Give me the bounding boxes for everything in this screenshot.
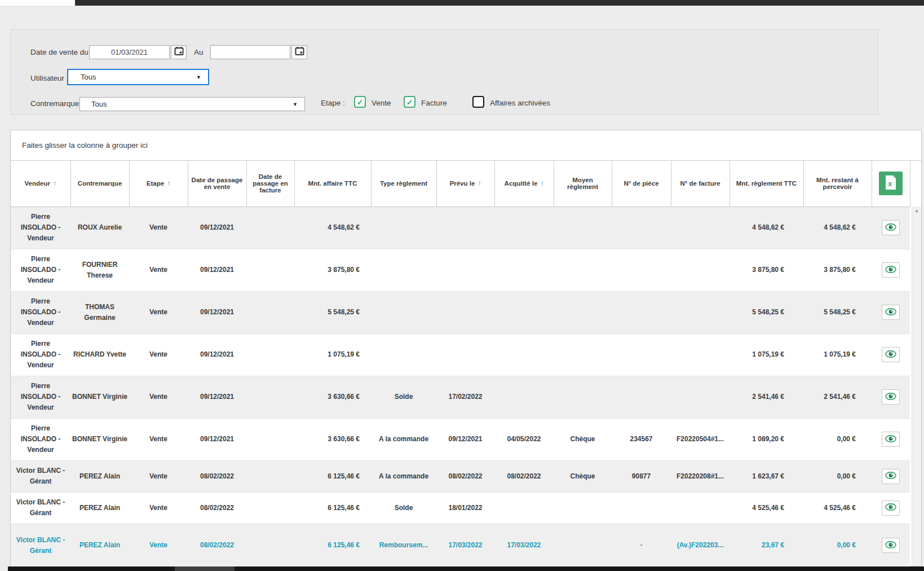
cell-prevu — [436, 249, 494, 291]
cell-vendeur: Victor BLANC - Gérant — [11, 524, 70, 567]
cell-acquitte — [494, 291, 554, 333]
col-header-mnt_affaire[interactable]: Mnt. affaire TTC — [294, 161, 371, 207]
col-header-label: Mnt. restant à percevoir — [816, 177, 859, 190]
col-header-type_reglement[interactable]: Type règlement — [371, 161, 436, 207]
cell-vendeur: Pierre INSOLADO - Vendeur — [11, 249, 70, 291]
col-header-date_facture[interactable]: Date de passage en facture — [246, 161, 294, 207]
col-header-label: N° de facture — [680, 180, 720, 187]
cell-prevu: 17/02/2022 — [436, 376, 494, 418]
cell-type_reglement: A la commande — [371, 418, 436, 460]
cell-type_reglement: Solde — [371, 376, 436, 418]
col-header-date_vente[interactable]: Date de passage en vente — [188, 161, 246, 207]
view-row-button[interactable] — [882, 220, 900, 235]
cell-mnt_restant: 5 548,25 € — [803, 291, 872, 333]
scroll-up-icon[interactable]: ▲ — [912, 207, 921, 216]
cell-mnt_affaire: 6 125,46 € — [294, 524, 371, 567]
cell-contremarque: FOURNIER Therese — [70, 249, 129, 291]
date-from-input[interactable] — [89, 45, 170, 59]
browser-tab[interactable] — [0, 0, 75, 6]
vertical-scrollbar[interactable]: ▲ — [912, 207, 921, 566]
col-header-piece[interactable]: N° de pièce — [612, 161, 671, 207]
date-to-calendar-button[interactable] — [291, 45, 307, 59]
table-row[interactable]: Pierre INSOLADO - VendeurBONNET Virginie… — [11, 418, 910, 460]
col-header-acquitte[interactable]: Acquitté le↑ — [494, 161, 554, 207]
view-row-button[interactable] — [882, 538, 900, 553]
cell-date_vente: 09/12/2021 — [188, 418, 246, 460]
cell-facture — [671, 333, 730, 376]
view-row-button[interactable] — [882, 347, 900, 362]
cell-contremarque: PEREZ Alain — [70, 492, 129, 524]
table-row[interactable]: Pierre INSOLADO - VendeurRICHARD YvetteV… — [11, 333, 910, 376]
cell-mnt_affaire: 3 630,66 € — [294, 418, 371, 460]
sort-asc-icon: ↑ — [478, 179, 481, 187]
cell-mnt_affaire: 3 875,80 € — [294, 249, 371, 291]
col-header-vendeur[interactable]: Vendeur↑ — [11, 161, 70, 207]
col-header-label: Date de passage en vente — [192, 177, 243, 190]
cell-etape: Vente — [129, 376, 188, 418]
col-header-prevu[interactable]: Prévu le↑ — [436, 161, 494, 207]
view-row-button[interactable] — [882, 305, 900, 320]
checkbox-affaires-archivees[interactable] — [472, 96, 484, 108]
export-excel-button[interactable]: x — [879, 172, 903, 195]
cell-vendeur: Pierre INSOLADO - Vendeur — [11, 291, 70, 333]
eye-icon — [885, 435, 896, 444]
cell-facture: (Av.)F202203... — [671, 524, 730, 567]
col-header-etape[interactable]: Etape↑ — [129, 161, 188, 207]
cell-acquitte — [494, 492, 554, 524]
sort-asc-icon: ↑ — [540, 179, 543, 187]
horizontal-scrollbar-thumb[interactable] — [175, 566, 235, 571]
cell-contremarque: BONNET Virginie — [70, 376, 129, 418]
cell-mnt_reglement: 4 548,62 € — [730, 207, 803, 249]
cell-date_vente: 09/12/2021 — [188, 376, 246, 418]
chevron-down-icon: ▼ — [196, 74, 208, 80]
cell-facture: F20220504#1... — [671, 418, 730, 460]
cell-prevu — [436, 291, 494, 333]
eye-icon — [885, 393, 896, 402]
cell-actions — [872, 524, 910, 567]
cell-date_facture — [246, 291, 294, 333]
cell-moyen — [554, 524, 612, 567]
excel-icon: x — [885, 175, 897, 192]
col-header-mnt_restant[interactable]: Mnt. restant à percevoir — [803, 161, 872, 207]
table-row[interactable]: Pierre INSOLADO - VendeurFOURNIER Theres… — [11, 249, 910, 291]
user-select[interactable]: Tous ▼ — [67, 69, 209, 85]
col-header-label: Mnt. affaire TTC — [308, 180, 357, 187]
date-from-calendar-button[interactable] — [171, 45, 187, 59]
view-row-button[interactable] — [882, 469, 900, 484]
cell-mnt_reglement: 4 525,46 € — [730, 492, 803, 524]
cell-moyen — [554, 376, 612, 418]
date-to-input[interactable] — [210, 45, 290, 59]
cell-mnt_restant: 0,00 € — [803, 524, 872, 567]
table-row[interactable]: Pierre INSOLADO - VendeurTHOMAS Germaine… — [11, 291, 910, 333]
cell-type_reglement — [371, 333, 436, 376]
results-table: Vendeur↑ContremarqueEtape↑Date de passag… — [11, 161, 910, 568]
col-header-mnt_reglement[interactable]: Mnt. règlement TTC — [730, 161, 803, 207]
cell-mnt_reglement: 2 541,46 € — [730, 376, 803, 418]
checkbox-facture[interactable]: ✓ — [404, 96, 415, 108]
table-row[interactable]: Victor BLANC - GérantPEREZ AlainVente08/… — [11, 524, 910, 567]
cell-etape: Vente — [129, 524, 188, 567]
col-header-facture[interactable]: N° de facture — [671, 161, 730, 207]
contremarque-select[interactable]: Tous ▼ — [79, 97, 305, 111]
col-header-contremarque[interactable]: Contremarque — [70, 161, 129, 207]
table-row[interactable]: Victor BLANC - GérantPEREZ AlainVente08/… — [11, 460, 910, 492]
cell-date_vente: 08/02/2022 — [188, 492, 246, 524]
checkbox-facture-label: Facture — [421, 99, 447, 107]
table-row[interactable]: Pierre INSOLADO - VendeurROUX AurelieVen… — [11, 207, 910, 249]
view-row-button[interactable] — [882, 389, 900, 405]
view-row-button[interactable] — [882, 432, 900, 447]
group-drop-zone[interactable]: Faites glisser la colonne à grouper ici — [11, 130, 921, 161]
horizontal-scrollbar[interactable] — [8, 566, 924, 571]
cell-contremarque: ROUX Aurelie — [70, 207, 129, 249]
cell-contremarque: PEREZ Alain — [70, 524, 129, 567]
table-row[interactable]: Victor BLANC - GérantPEREZ AlainVente08/… — [11, 492, 910, 524]
col-header-moyen[interactable]: Moyen règlement — [554, 161, 612, 207]
table-row[interactable]: Pierre INSOLADO - VendeurBONNET Virginie… — [11, 376, 910, 418]
cell-acquitte — [494, 207, 554, 249]
cell-mnt_affaire: 6 125,46 € — [294, 460, 371, 492]
cell-actions — [872, 418, 910, 460]
svg-text:x: x — [888, 179, 892, 188]
view-row-button[interactable] — [882, 500, 900, 516]
view-row-button[interactable] — [882, 262, 900, 278]
checkbox-vente[interactable]: ✓ — [354, 96, 366, 108]
